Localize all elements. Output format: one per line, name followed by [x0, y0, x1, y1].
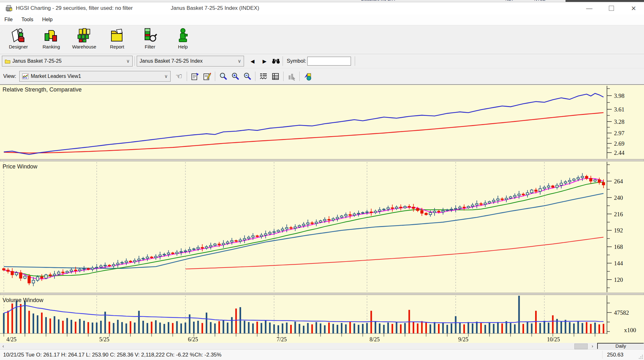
index-dropdown[interactable]: Janus Basket 7-25-25 Index ∨	[137, 56, 244, 66]
maximize-icon	[609, 6, 614, 11]
view-bar: View: Market Leaders View1 ∨ ☜	[0, 68, 644, 85]
toolbar-button-label: Help	[178, 44, 188, 49]
indicator-list-icon	[259, 72, 268, 81]
separator	[255, 72, 255, 81]
data-table-icon	[271, 72, 280, 81]
sliver-dark-region	[566, 0, 644, 2]
price-panel-title: Price Window	[3, 163, 38, 170]
designer-button[interactable]: Designer	[2, 25, 35, 49]
filter-button[interactable]: Filter	[134, 25, 166, 49]
zoom-out-button[interactable]	[242, 71, 252, 81]
ranking-button[interactable]: Ranking	[35, 25, 68, 49]
svg-text:47582: 47582	[614, 309, 629, 316]
view-dropdown[interactable]: Market Leaders View1 ∨	[19, 71, 171, 82]
menu-file[interactable]: File	[4, 17, 13, 22]
report-button[interactable]: Report	[101, 25, 134, 49]
next-security-button[interactable]: ▶	[260, 56, 269, 66]
sliver-fragment: NET	[505, 0, 514, 2]
zoom-in-icon	[231, 72, 240, 81]
toolbar-button-label: Warehouse	[72, 44, 96, 49]
hand-pointer-icon: ☜	[176, 73, 183, 80]
menu-help[interactable]: Help	[42, 17, 53, 22]
help-button[interactable]: Help	[166, 25, 199, 49]
toolbar-button-label: Ranking	[42, 44, 60, 49]
indicator-list-button[interactable]	[258, 71, 268, 81]
find-symbol-button[interactable]	[271, 56, 281, 66]
svg-text:240: 240	[614, 194, 623, 201]
title-bar: HGSI Charting - 29 securities, filter us…	[0, 2, 644, 14]
panel-separator[interactable]	[0, 159, 644, 161]
zoom-reset-button[interactable]	[218, 71, 228, 81]
status-divider	[602, 351, 603, 359]
svg-text:6/25: 6/25	[188, 336, 198, 343]
menu-tools[interactable]: Tools	[22, 17, 33, 22]
basket-dropdown[interactable]: Janus Basket 7-25-25 ∨	[2, 56, 133, 66]
symbol-input[interactable]	[307, 57, 351, 66]
close-button[interactable]: ×	[629, 4, 638, 12]
view-dropdown-value: Market Leaders View1	[31, 73, 81, 79]
app-icon	[5, 4, 13, 12]
svg-text:216: 216	[614, 211, 623, 218]
svg-text:10/25: 10/25	[547, 336, 560, 343]
edit-view-button[interactable]	[202, 71, 212, 81]
status-right-value: 250.63	[607, 352, 623, 358]
scrollbar-thumb[interactable]	[574, 344, 588, 349]
print-chart-icon	[303, 72, 312, 81]
symbol-label: Symbol:	[287, 58, 306, 64]
print-chart-button[interactable]	[303, 71, 313, 81]
scroll-left-button[interactable]: ‹	[0, 343, 6, 349]
window-controls: — ×	[585, 4, 638, 12]
svg-text:9/25: 9/25	[458, 336, 468, 343]
chevron-down-icon: ∨	[162, 73, 168, 79]
separator	[283, 56, 283, 66]
folder-icon	[5, 59, 10, 64]
resize-grip[interactable]	[638, 354, 643, 359]
sliver-fragment: NYSE	[534, 0, 545, 2]
minimize-button[interactable]: —	[585, 4, 593, 12]
sliver-fragment: Cloudflare Inc Cl A	[361, 0, 395, 2]
magnifier-icon	[219, 72, 228, 81]
timeframe-button[interactable]: Daily	[597, 343, 644, 349]
rs-panel-title: Relative Strength, Comparative	[3, 86, 82, 93]
zoom-out-icon	[243, 72, 252, 81]
help-icon	[175, 28, 191, 43]
separator	[283, 72, 284, 81]
horizontal-scrollbar[interactable]: ‹ › Daily	[0, 343, 644, 350]
view-properties-button[interactable]	[190, 71, 200, 81]
toolbar-button-label: Filter	[145, 44, 155, 49]
apply-view-button[interactable]: ☜	[174, 71, 184, 81]
view-label: View:	[3, 73, 16, 79]
chevron-down-icon: ∨	[235, 58, 241, 64]
zoom-in-button[interactable]	[230, 71, 240, 81]
previous-security-button[interactable]: ◀	[248, 56, 257, 66]
svg-text:8/25: 8/25	[370, 336, 380, 343]
chart-area: 4/255/256/257/258/259/2510/253.983.613.2…	[0, 85, 644, 343]
scroll-right-button[interactable]: ›	[589, 343, 596, 349]
svg-text:2.44: 2.44	[614, 149, 625, 156]
ohlc-status-text: 10/21/25 Tue O: 261.17 H: 264.17 L: 253.…	[3, 352, 222, 358]
separator	[187, 72, 187, 81]
separator	[299, 72, 300, 81]
separator	[355, 56, 355, 66]
chart-region: 4/255/256/257/258/259/2510/253.983.613.2…	[0, 85, 644, 343]
index-dropdown-value: Janus Basket 7-25-25 Index	[140, 58, 203, 64]
window-title: HGSI Charting - 29 securities, filter us…	[16, 5, 133, 11]
data-table-button[interactable]	[270, 71, 280, 81]
svg-text:120: 120	[614, 276, 623, 283]
warehouse-icon	[77, 28, 92, 43]
svg-text:168: 168	[614, 243, 623, 250]
separator	[134, 56, 135, 66]
toolbar-button-label: Report	[110, 44, 124, 49]
svg-text:x100: x100	[624, 327, 636, 333]
properties-icon	[191, 72, 199, 81]
panel-separator[interactable]	[0, 293, 644, 295]
background-window-sliver: Cloudflare Inc Cl A NET NYSE	[0, 0, 644, 2]
menu-bar: File Tools Help	[0, 14, 644, 25]
warehouse-button[interactable]: Warehouse	[68, 25, 101, 49]
svg-text:264: 264	[614, 178, 623, 185]
hgsi-charting-window: Cloudflare Inc Cl A NET NYSE HGSI Charti…	[0, 0, 644, 360]
maximize-button[interactable]	[607, 4, 616, 12]
edit-view-icon	[203, 72, 211, 81]
svg-text:192: 192	[614, 227, 623, 234]
chart-style-button-disabled[interactable]	[286, 71, 297, 81]
